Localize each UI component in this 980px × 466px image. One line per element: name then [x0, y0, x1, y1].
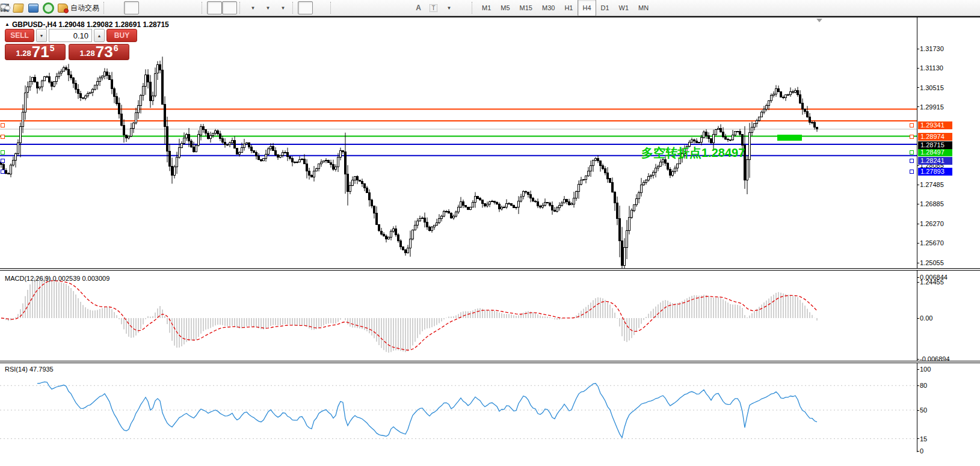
chat-button[interactable]	[948, 1, 963, 14]
volume-increase-button[interactable]: ▲	[94, 29, 105, 42]
cursor-button[interactable]	[298, 1, 313, 14]
text-label-button[interactable]: T	[426, 1, 441, 14]
candle	[451, 213, 452, 218]
candle	[80, 94, 82, 98]
line-chart-button[interactable]	[139, 1, 154, 14]
candle	[537, 201, 539, 206]
fibonacci-button[interactable]: F	[396, 1, 411, 14]
line-end-marker[interactable]	[910, 123, 914, 127]
candle	[417, 221, 419, 225]
timeframe-W1[interactable]: W1	[614, 0, 634, 16]
candle	[499, 204, 501, 209]
volume-decrease-button[interactable]: ▼	[36, 29, 47, 42]
rsi-axis-label: 100	[920, 366, 931, 373]
chart-shift-button[interactable]	[222, 1, 237, 14]
channel-button[interactable]: E	[381, 1, 396, 14]
text-button[interactable]: A	[411, 1, 426, 14]
zoom-in-button[interactable]	[154, 1, 169, 14]
line-end-marker[interactable]	[1, 159, 5, 163]
timeframe-M15[interactable]: M15	[515, 0, 537, 16]
candle	[138, 106, 140, 113]
trendline-button[interactable]	[366, 1, 381, 14]
candle	[494, 201, 496, 203]
zoom-out-button[interactable]	[169, 1, 184, 14]
candle	[241, 148, 243, 153]
bars-chart-button[interactable]	[109, 1, 124, 14]
line-end-marker[interactable]	[910, 135, 914, 139]
autotrading-button[interactable]: 自动交易	[56, 1, 101, 14]
candle	[94, 85, 96, 89]
price-axis-label: 1.30515	[920, 84, 944, 91]
candle	[342, 150, 344, 152]
timeframe-M5[interactable]: M5	[496, 0, 514, 16]
candle	[439, 219, 440, 222]
rsi-pane[interactable]	[0, 363, 917, 451]
candle	[696, 141, 698, 143]
chart-shift-marker-icon[interactable]	[816, 19, 822, 22]
sell-price-display[interactable]: 1.28 71 5	[5, 44, 66, 60]
autotrading-icon	[58, 4, 68, 13]
candle	[321, 162, 322, 164]
arrows-button[interactable]: ▼	[441, 1, 456, 14]
candle	[350, 185, 351, 192]
candle	[133, 123, 135, 129]
periods-clock-button[interactable]: ▼	[260, 1, 275, 14]
sell-button[interactable]: SELL	[5, 29, 34, 42]
timeframe-H1[interactable]: H1	[559, 0, 578, 16]
text-icon: A	[416, 4, 421, 12]
candle	[239, 153, 241, 155]
tile-windows-button[interactable]	[184, 1, 199, 14]
templates-button[interactable]: ▼	[275, 1, 290, 14]
line-end-marker[interactable]	[1, 123, 5, 127]
candle	[345, 152, 347, 174]
timeframe-D1[interactable]: D1	[596, 0, 614, 16]
market-watch-button[interactable]	[11, 1, 26, 14]
line-end-marker[interactable]	[910, 170, 914, 174]
candle	[374, 206, 375, 213]
search-button[interactable]	[933, 1, 948, 14]
line-end-marker[interactable]	[1, 135, 5, 139]
buy-button[interactable]: BUY	[106, 29, 137, 42]
auto-scroll-button[interactable]	[207, 1, 222, 14]
buy-price-display[interactable]: 1.28 73 6	[69, 44, 129, 60]
vertical-line-button[interactable]	[336, 1, 351, 14]
candle	[150, 82, 152, 101]
candle	[571, 204, 573, 205]
signals-button[interactable]	[41, 1, 56, 14]
horizontal-line-button[interactable]	[351, 1, 366, 14]
collapse-arrow-icon[interactable]: ▲	[5, 22, 10, 27]
candle	[739, 131, 741, 135]
line-end-marker[interactable]	[1, 150, 5, 155]
candles-chart-button[interactable]	[124, 1, 139, 14]
candle	[97, 82, 99, 85]
candle	[386, 236, 387, 239]
line-end-marker[interactable]	[910, 159, 914, 163]
pane-separator[interactable]	[0, 361, 980, 363]
candle	[135, 113, 137, 123]
macd-pane[interactable]	[0, 271, 917, 361]
candle	[513, 206, 515, 208]
line-end-marker[interactable]	[1, 170, 5, 174]
candle	[780, 92, 782, 97]
candle	[340, 150, 342, 157]
pane-separator[interactable]	[0, 268, 980, 271]
crosshair-button[interactable]	[313, 1, 328, 14]
indicators-add-button[interactable]: ▼	[245, 1, 260, 14]
timeframe-M1[interactable]: M1	[477, 0, 496, 16]
volume-input[interactable]: 0.10	[49, 29, 92, 42]
timeframe-H4[interactable]: H4	[578, 0, 596, 16]
line-end-marker[interactable]	[910, 150, 914, 155]
candle	[631, 210, 633, 218]
main-chart-pane[interactable]	[0, 19, 917, 268]
candle	[564, 199, 566, 203]
candle	[694, 140, 695, 141]
autotrading-label: 自动交易	[70, 3, 99, 13]
candle	[256, 153, 257, 156]
candle	[25, 93, 26, 112]
timeframe-M30[interactable]: M30	[537, 0, 559, 16]
terminal-button[interactable]	[26, 1, 41, 14]
candle	[670, 170, 671, 175]
timeframe-MN[interactable]: MN	[633, 0, 653, 16]
candle	[174, 167, 176, 175]
candle	[624, 247, 626, 265]
